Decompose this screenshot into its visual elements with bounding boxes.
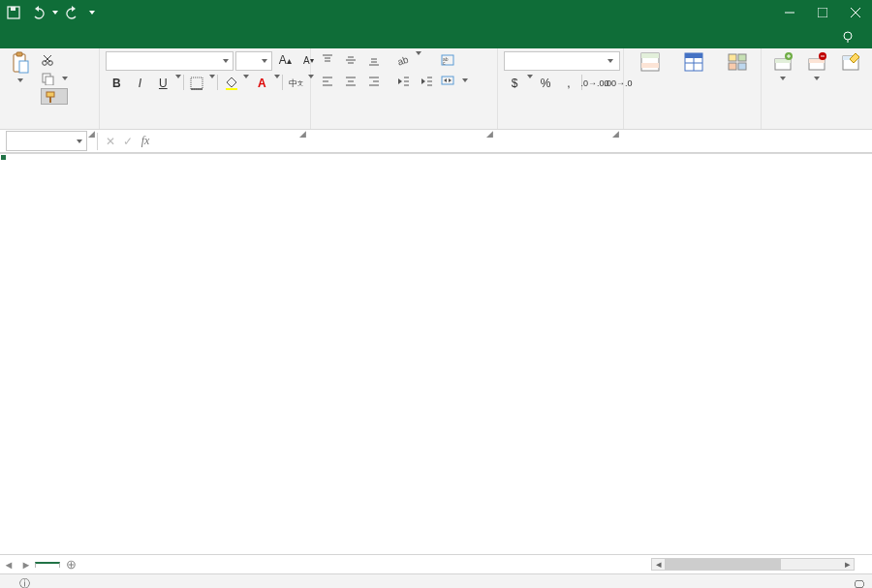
accounting-format-button[interactable]: $ <box>504 75 525 92</box>
fontcolor-dropdown-icon[interactable] <box>274 75 280 92</box>
orientation-button[interactable]: ab <box>392 51 414 69</box>
merge-icon <box>441 74 454 87</box>
dialog-launch-font[interactable]: ◢ <box>299 129 306 139</box>
formula-input[interactable] <box>154 131 872 151</box>
scroll-right-icon[interactable]: ▸ <box>841 559 854 570</box>
paste-dropdown-icon[interactable] <box>17 78 23 82</box>
svg-rect-1 <box>11 7 16 11</box>
minimize-button[interactable] <box>773 0 806 24</box>
underline-button[interactable]: U <box>152 75 173 92</box>
scrollbar-thumb[interactable] <box>665 559 781 570</box>
sheet-tab-active[interactable] <box>35 562 60 568</box>
enter-button[interactable]: ✓ <box>119 133 137 150</box>
number-format-combo[interactable] <box>504 51 620 71</box>
svg-rect-9 <box>16 52 22 56</box>
qat-customize-icon[interactable] <box>89 11 95 15</box>
delete-dropdown-icon[interactable] <box>814 77 820 80</box>
cancel-button[interactable]: ✕ <box>102 133 119 150</box>
annotation-arrow <box>0 154 872 554</box>
increase-indent-button[interactable] <box>416 73 437 90</box>
display-settings-button[interactable]: 🖵 <box>854 578 864 589</box>
svg-rect-17 <box>47 92 54 97</box>
worksheet-grid[interactable] <box>0 153 872 554</box>
conditional-formatting-button[interactable] <box>630 51 670 77</box>
sheet-nav-next[interactable]: ► <box>17 559 35 571</box>
increase-font-button[interactable]: A▴ <box>274 51 296 69</box>
align-middle-button[interactable] <box>340 51 361 69</box>
paste-button[interactable] <box>4 51 37 82</box>
svg-rect-59 <box>738 54 746 61</box>
fill-dropdown-icon[interactable] <box>243 75 249 92</box>
font-color-button[interactable]: A <box>251 75 272 92</box>
svg-text:ab: ab <box>396 53 410 67</box>
delete-cells-button[interactable] <box>801 51 831 80</box>
sheet-nav-prev[interactable]: ◄ <box>0 559 17 571</box>
svg-rect-53 <box>641 63 659 68</box>
merge-dropdown-icon[interactable] <box>462 78 468 82</box>
wrap-text-button[interactable]: abc <box>441 51 468 68</box>
tell-me[interactable] <box>831 30 868 48</box>
align-bottom-button[interactable] <box>363 51 385 69</box>
name-box[interactable] <box>6 131 87 151</box>
border-button[interactable] <box>186 75 207 92</box>
redo-icon[interactable] <box>66 5 81 20</box>
font-size-combo[interactable] <box>235 51 272 71</box>
fx-button[interactable]: fx <box>137 133 154 150</box>
fill-handle[interactable] <box>0 154 7 161</box>
copy-button[interactable] <box>41 70 68 86</box>
orientation-dropdown-icon[interactable] <box>416 51 421 69</box>
undo-dropdown-icon[interactable] <box>52 11 58 15</box>
svg-rect-16 <box>46 77 53 85</box>
insert-dropdown-icon[interactable] <box>780 77 786 80</box>
align-top-button[interactable] <box>317 51 338 69</box>
font-name-combo[interactable] <box>106 51 234 71</box>
group-alignment: ab abc ◢ <box>313 48 498 129</box>
format-cells-button[interactable] <box>836 51 866 75</box>
svg-rect-3 <box>818 8 827 17</box>
align-right-button[interactable] <box>363 73 385 90</box>
format-as-table-button[interactable] <box>673 51 713 77</box>
insert-cells-button[interactable] <box>767 51 797 80</box>
decrease-indent-button[interactable] <box>392 73 414 90</box>
maximize-button[interactable] <box>806 0 839 24</box>
format-painter-button[interactable] <box>41 88 68 105</box>
tab-file[interactable] <box>4 40 23 48</box>
cut-button[interactable] <box>41 51 68 68</box>
svg-rect-52 <box>641 53 659 58</box>
increase-decimal-button[interactable]: .0→.00 <box>584 75 606 92</box>
comma-button[interactable]: , <box>558 75 579 92</box>
bold-button[interactable]: B <box>106 75 127 92</box>
paste-icon <box>9 51 32 75</box>
chevron-down-icon <box>77 139 82 143</box>
currency-dropdown-icon[interactable] <box>527 75 533 92</box>
merge-center-button[interactable] <box>441 72 468 88</box>
dialog-launch-clipboard[interactable]: ◢ <box>88 129 95 139</box>
svg-rect-61 <box>738 63 746 70</box>
close-button[interactable] <box>839 0 872 24</box>
group-cells <box>763 48 870 129</box>
dialog-launch-number[interactable]: ◢ <box>612 129 619 139</box>
status-a11y[interactable]: ⓘ <box>19 576 30 588</box>
percent-button[interactable]: % <box>535 75 556 92</box>
svg-point-6 <box>844 32 852 40</box>
horizontal-scrollbar[interactable]: ◂ ▸ <box>651 558 855 571</box>
dialog-launch-align[interactable]: ◢ <box>486 129 493 139</box>
cell-styles-button[interactable] <box>717 51 757 77</box>
add-sheet-button[interactable]: ⊕ <box>60 557 81 572</box>
save-icon[interactable] <box>6 5 21 20</box>
phonetic-button[interactable]: 中文 <box>285 75 306 92</box>
italic-button[interactable]: I <box>129 75 150 92</box>
border-dropdown-icon[interactable] <box>209 75 215 92</box>
align-center-button[interactable] <box>340 73 361 90</box>
group-font: A▴ A▾ B I U A 中文 ◢ <box>102 48 311 129</box>
undo-icon[interactable] <box>29 5 45 20</box>
brush-icon <box>44 90 57 104</box>
copy-dropdown-icon[interactable] <box>62 77 68 80</box>
underline-dropdown-icon[interactable] <box>175 75 181 92</box>
align-left-button[interactable] <box>317 73 338 90</box>
fill-color-button[interactable] <box>220 75 241 92</box>
format-icon <box>840 51 861 73</box>
scroll-left-icon[interactable]: ◂ <box>652 559 665 570</box>
cell-styles-icon <box>727 51 748 73</box>
group-number: $ % , .0→.00 .00→.0 ◢ <box>500 48 624 129</box>
